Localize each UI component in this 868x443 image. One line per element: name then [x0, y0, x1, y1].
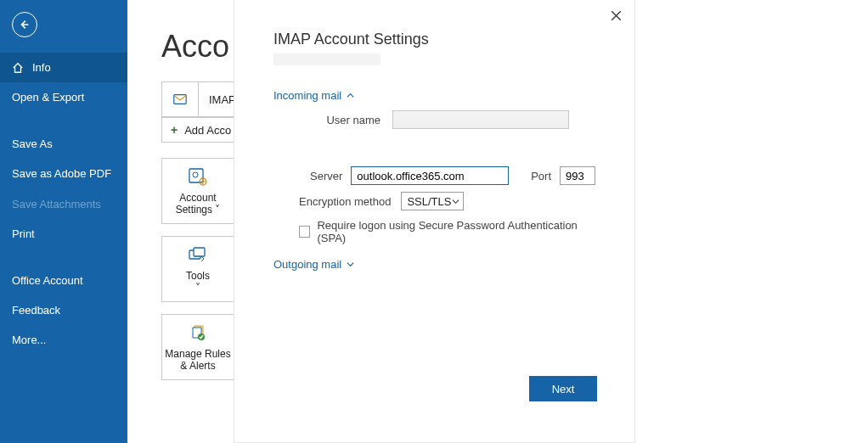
home-icon: [12, 62, 24, 74]
sidebar-item-label: Feedback: [12, 304, 60, 317]
sidebar-item-open-export[interactable]: Open & Export: [0, 82, 127, 112]
caret-down-icon: [452, 198, 459, 205]
sidebar-item-print[interactable]: Print: [0, 219, 127, 249]
port-label: Port: [531, 170, 551, 182]
sidebar-item-label: Save Attachments: [12, 198, 101, 210]
sidebar-item-label: Info: [32, 61, 51, 74]
sidebar-item-label: Save As: [12, 137, 53, 150]
imap-settings-dialog: IMAP Account Settings Incoming mail User…: [234, 0, 635, 443]
back-button[interactable]: [12, 12, 37, 37]
tile-tools[interactable]: Tools ˅: [161, 236, 234, 302]
tools-icon: [187, 244, 209, 266]
rules-icon: [187, 322, 209, 345]
tile-label: Account Settings ˅: [162, 192, 234, 216]
tile-label: Tools ˅: [186, 270, 210, 294]
account-icon: [172, 92, 188, 107]
add-account-label: Add Acco: [184, 124, 231, 137]
sidebar-item-label: Save as Adobe PDF: [12, 167, 111, 181]
sidebar-item-save-as[interactable]: Save As: [0, 129, 127, 159]
tile-label: Manage Rules & Alerts: [162, 348, 234, 372]
dialog-account-email: [273, 53, 380, 65]
chevron-down-icon: [347, 261, 354, 268]
server-label: Server: [299, 170, 342, 182]
encryption-select[interactable]: SSL/TLS: [401, 192, 464, 210]
next-button[interactable]: Next: [529, 376, 597, 401]
incoming-mail-toggle[interactable]: Incoming mail: [273, 89, 595, 102]
spa-checkbox[interactable]: [299, 226, 310, 238]
tile-account-settings[interactable]: Account Settings ˅: [161, 158, 234, 224]
svg-rect-15: [194, 248, 205, 256]
encryption-value: SSL/TLS: [407, 195, 451, 208]
sidebar-item-feedback[interactable]: Feedback: [0, 295, 127, 325]
account-settings-icon: [187, 166, 209, 188]
port-input[interactable]: [560, 166, 595, 185]
spa-label: Require logon using Secure Password Auth…: [317, 219, 595, 244]
sidebar-item-label: Open & Export: [12, 91, 84, 104]
sidebar-item-label: More...: [12, 334, 46, 346]
chevron-up-icon: [347, 92, 354, 99]
section-label: Outgoing mail: [273, 258, 341, 271]
tile-manage-rules[interactable]: Manage Rules & Alerts: [161, 314, 234, 380]
sidebar-item-info[interactable]: Info: [0, 53, 127, 82]
sidebar-item-more[interactable]: More...: [0, 325, 127, 355]
sidebar-item-label: Print: [12, 227, 35, 240]
encryption-label: Encryption method: [299, 195, 391, 208]
section-label: Incoming mail: [273, 89, 341, 102]
svg-rect-11: [189, 169, 203, 182]
sidebar-item-save-adobe-pdf[interactable]: Save as Adobe PDF: [0, 159, 127, 189]
svg-point-12: [193, 172, 198, 177]
svg-rect-10: [174, 95, 186, 104]
backstage-sidebar: Info Open & Export Save As Save as Adobe…: [0, 0, 127, 443]
plus-icon: +: [171, 123, 178, 137]
server-input[interactable]: [351, 166, 509, 185]
username-input[interactable]: [392, 110, 569, 129]
outgoing-mail-toggle[interactable]: Outgoing mail: [273, 258, 595, 271]
sidebar-item-label: Office Account: [12, 274, 83, 287]
next-label: Next: [552, 383, 575, 395]
sidebar-item-save-attachments: Save Attachments: [0, 189, 127, 219]
sidebar-item-office-account[interactable]: Office Account: [0, 266, 127, 295]
dialog-close-button[interactable]: [606, 5, 626, 25]
dialog-title: IMAP Account Settings: [273, 31, 595, 48]
username-label: User name: [299, 114, 380, 126]
